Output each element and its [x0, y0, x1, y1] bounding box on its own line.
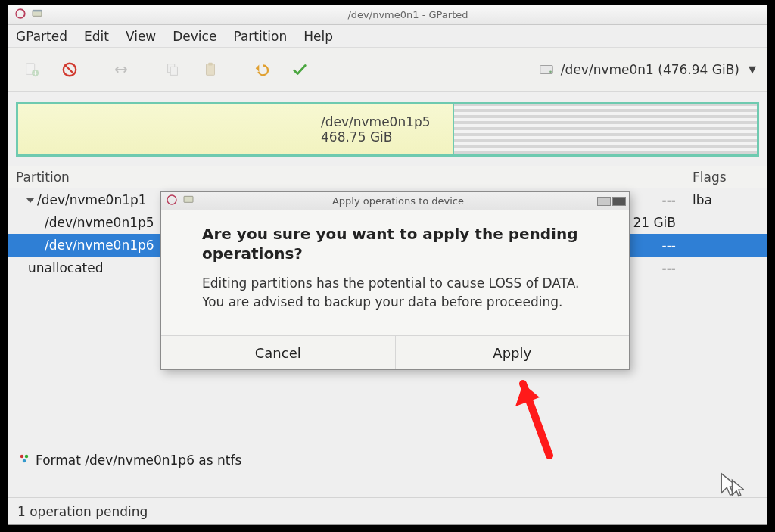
dialog-window-controls[interactable]: [597, 197, 629, 206]
menu-partition[interactable]: Partition: [233, 29, 287, 44]
app-icon: [182, 194, 195, 208]
resize-button[interactable]: [104, 54, 139, 85]
main-titlebar[interactable]: /dev/nvme0n1 - GParted: [8, 5, 767, 25]
dialog-heading: Are you sure you want to apply the pendi…: [202, 224, 599, 263]
pending-op-text: Format /dev/nvme0n1p6 as ntfs: [36, 453, 241, 468]
svg-rect-17: [184, 196, 193, 202]
svg-rect-8: [170, 67, 177, 75]
expander-icon[interactable]: [26, 198, 34, 203]
dialog-title: Apply operations to device: [199, 195, 597, 207]
svg-rect-10: [208, 62, 213, 65]
copy-button[interactable]: [155, 54, 190, 85]
svg-point-13: [20, 454, 24, 458]
apply-button-toolbar[interactable]: [282, 54, 317, 85]
svg-rect-9: [207, 64, 215, 75]
delete-button[interactable]: [52, 54, 87, 85]
header-partition[interactable]: Partition: [8, 170, 167, 185]
new-partition-button[interactable]: [14, 54, 49, 85]
toolbar: /dev/nvme0n1 (476.94 GiB) ▼: [8, 48, 767, 92]
menu-edit[interactable]: Edit: [84, 29, 109, 44]
partition-segment-unallocated[interactable]: [453, 104, 757, 154]
svg-point-0: [16, 9, 25, 18]
paste-button[interactable]: [193, 54, 228, 85]
format-icon: [17, 452, 31, 468]
svg-line-6: [66, 65, 74, 73]
svg-point-16: [167, 195, 176, 204]
debian-swirl-icon: [166, 194, 178, 208]
svg-point-15: [23, 459, 26, 462]
partition-segment-main[interactable]: /dev/nvme0n1p5 468.75 GiB: [18, 104, 453, 154]
debian-swirl-icon: [14, 8, 26, 22]
menu-gparted[interactable]: GParted: [16, 29, 67, 44]
apply-confirm-dialog: Apply operations to device Are you sure …: [160, 191, 630, 370]
device-picker[interactable]: /dev/nvme0n1 (476.94 GiB) ▼: [538, 61, 761, 78]
svg-point-12: [549, 70, 552, 73]
main-window: /dev/nvme0n1 - GParted GParted Edit View…: [8, 5, 767, 525]
segment-size: 468.75 GiB: [321, 129, 453, 145]
table-header[interactable]: Partition Flags: [8, 166, 767, 188]
svg-rect-2: [33, 10, 42, 11]
menu-view[interactable]: View: [126, 29, 156, 44]
apply-button[interactable]: Apply: [396, 336, 630, 369]
partition-map[interactable]: /dev/nvme0n1p5 468.75 GiB: [8, 92, 767, 166]
window-title: /dev/nvme0n1 - GParted: [49, 9, 767, 20]
svg-point-14: [25, 454, 29, 458]
menubar: GParted Edit View Device Partition Help: [8, 25, 767, 48]
dialog-titlebar[interactable]: Apply operations to device: [161, 192, 629, 210]
statusbar-text: 1 operation pending: [17, 504, 148, 519]
chevron-down-icon: ▼: [749, 64, 756, 75]
undo-button[interactable]: [244, 54, 279, 85]
statusbar: 1 operation pending: [8, 497, 767, 524]
menu-device[interactable]: Device: [173, 29, 216, 44]
device-picker-label: /dev/nvme0n1 (476.94 GiB): [561, 62, 739, 77]
header-flags[interactable]: Flags: [683, 170, 767, 185]
cancel-button[interactable]: Cancel: [161, 336, 396, 369]
dialog-body: Editing partitions has the potential to …: [202, 274, 599, 311]
harddrive-icon: [538, 61, 555, 78]
menu-help[interactable]: Help: [303, 29, 333, 44]
pending-operations: Format /dev/nvme0n1p6 as ntfs: [8, 422, 767, 497]
app-icon: [31, 8, 43, 22]
segment-name: /dev/nvme0n1p5: [321, 114, 453, 129]
